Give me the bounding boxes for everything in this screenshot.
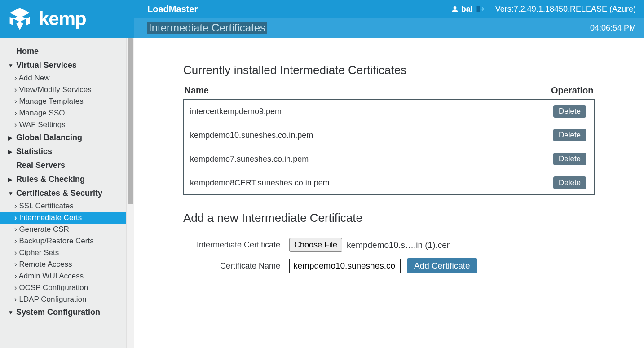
sidebar-item-remote-access[interactable]: Remote Access (0, 259, 134, 270)
sidebar-item-manage-sso[interactable]: Manage SSO (0, 107, 134, 119)
svg-marker-2 (10, 17, 13, 26)
sidebar-item-waf-settings[interactable]: WAF Settings (0, 119, 134, 131)
cert-table: Name Operation intercertkempdemo9.pem De… (183, 83, 595, 195)
sidebar-item-home[interactable]: Home (0, 44, 134, 58)
svg-point-5 (453, 6, 456, 9)
clock: 04:06:54 PM (590, 23, 636, 33)
installed-title: Currently installed Intermediate Certifi… (183, 63, 595, 77)
sidebar-item-real-servers[interactable]: Real Servers (0, 159, 134, 172)
sidebar-item-generate-csr[interactable]: Generate CSR (0, 224, 134, 235)
table-row: kempdemo10.suneshes.co.in.pem Delete (184, 123, 595, 147)
sidebar-item-ocsp[interactable]: OCSP Configuration (0, 282, 134, 294)
sidebar: Home ▼Virtual Services Add New View/Modi… (0, 38, 134, 348)
chosen-file-name: kempdemo10.s….in (1).cer (347, 240, 450, 250)
svg-marker-4 (16, 22, 23, 30)
version-text: Vers:7.2.49.1.18450.RELEASE (Azure) (495, 4, 636, 14)
svg-marker-3 (26, 17, 30, 26)
divider (183, 229, 595, 229)
table-row: kempdemo8CERT.suneshes.co.in.pem Delete (184, 171, 595, 195)
user-icon (451, 5, 459, 13)
cert-name: kempdemo8CERT.suneshes.co.in.pem (184, 171, 545, 195)
kemp-logo-icon (7, 6, 32, 31)
svg-marker-1 (13, 15, 26, 22)
svg-rect-6 (476, 6, 480, 12)
sidebar-item-add-new[interactable]: Add New (0, 72, 134, 84)
sidebar-item-view-modify[interactable]: View/Modify Services (0, 84, 134, 96)
name-label: Certificate Name (183, 261, 289, 271)
table-row: kempdemo7.suneshes.co.in.pem Delete (184, 147, 595, 171)
header-user[interactable]: bal (451, 4, 485, 14)
name-row: Certificate Name Add Certificate (183, 258, 595, 273)
sidebar-cat-system-config[interactable]: ▼System Configuration (0, 305, 134, 319)
sidebar-item-admin-wui[interactable]: Admin WUI Access (0, 270, 134, 282)
caret-down-icon: ▼ (8, 62, 14, 69)
logout-icon[interactable] (476, 5, 485, 13)
sidebar-cat-global-balancing[interactable]: ▶Global Balancing (0, 131, 134, 145)
sidebar-item-ldap[interactable]: LDAP Configuration (0, 294, 134, 305)
delete-button[interactable]: Delete (553, 129, 586, 141)
caret-right-icon: ▶ (8, 135, 14, 141)
delete-button[interactable]: Delete (553, 153, 586, 165)
cert-name-input[interactable] (289, 259, 401, 273)
delete-button[interactable]: Delete (553, 105, 586, 118)
add-title: Add a new Intermediate Certificate (183, 211, 595, 225)
logo-block: kemp (0, 0, 134, 38)
scrollbar[interactable] (126, 38, 134, 348)
cert-name: kempdemo10.suneshes.co.in.pem (184, 123, 545, 147)
col-operation: Operation (545, 83, 595, 100)
header-top-bar: LoadMaster bal Vers:7.2.49.1.18450.RELEA… (134, 0, 644, 18)
scrollbar-thumb[interactable] (128, 38, 133, 204)
sidebar-cat-virtual-services[interactable]: ▼Virtual Services (0, 58, 134, 72)
table-row: intercertkempdemo9.pem Delete (184, 100, 595, 123)
sidebar-item-cipher-sets[interactable]: Cipher Sets (0, 247, 134, 259)
main-content: Currently installed Intermediate Certifi… (134, 38, 644, 348)
cert-name: kempdemo7.suneshes.co.in.pem (184, 147, 545, 171)
caret-down-icon: ▼ (8, 309, 14, 316)
delete-button[interactable]: Delete (553, 176, 586, 189)
sidebar-cat-certificates-security[interactable]: ▼Certificates & Security (0, 186, 134, 200)
file-label: Intermediate Certificate (183, 240, 289, 250)
app-title: LoadMaster (147, 4, 451, 14)
sidebar-item-backup-restore[interactable]: Backup/Restore Certs (0, 235, 134, 247)
add-certificate-button[interactable]: Add Certificate (407, 258, 477, 273)
caret-right-icon: ▶ (8, 176, 14, 183)
header: kemp LoadMaster bal Vers:7.2.49.1.18450.… (0, 0, 644, 38)
divider (183, 280, 595, 280)
header-sub-bar: Intermediate Certificates 04:06:54 PM (134, 18, 644, 38)
caret-down-icon: ▼ (8, 190, 14, 197)
caret-right-icon: ▶ (8, 149, 14, 155)
sidebar-item-ssl-certs[interactable]: SSL Certificates (0, 200, 134, 212)
username: bal (461, 4, 473, 14)
choose-file-button[interactable]: Choose File (289, 238, 342, 252)
cert-name: intercertkempdemo9.pem (184, 100, 545, 123)
col-name: Name (184, 83, 545, 100)
sidebar-item-intermediate-certs[interactable]: Intermediate Certs (0, 212, 134, 224)
file-row: Intermediate Certificate Choose File kem… (183, 238, 595, 252)
sidebar-cat-rules-checking[interactable]: ▶Rules & Checking (0, 172, 134, 186)
sidebar-item-manage-templates[interactable]: Manage Templates (0, 96, 134, 107)
logo-text: kemp (39, 8, 86, 30)
page-title: Intermediate Certificates (147, 22, 267, 34)
sidebar-cat-statistics[interactable]: ▶Statistics (0, 145, 134, 159)
